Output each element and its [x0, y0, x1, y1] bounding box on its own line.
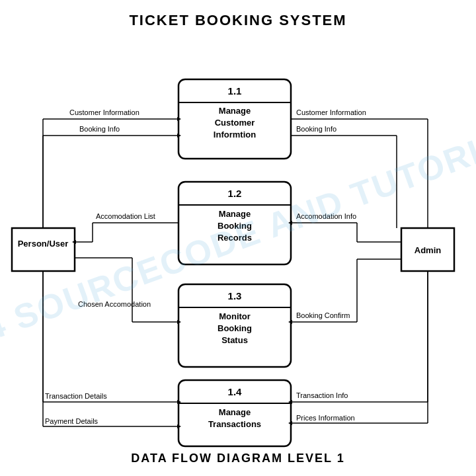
svg-text:Chosen Accomodation: Chosen Accomodation — [78, 300, 151, 308]
svg-text:Booking: Booking — [218, 323, 252, 333]
svg-text:Monitor: Monitor — [219, 311, 251, 321]
page: TICKET BOOKING SYSTEM DATA FLOW DIAGRAM … — [0, 0, 476, 476]
svg-text:Status: Status — [221, 335, 248, 345]
svg-text:Booking: Booking — [218, 221, 252, 231]
svg-text:Person/User: Person/User — [18, 239, 69, 249]
svg-text:Accomodation List: Accomodation List — [96, 212, 155, 220]
diagram: 1.1 Manage Customer Informtion 1.2 Manag… — [0, 33, 476, 456]
svg-text:Customer: Customer — [215, 118, 255, 128]
svg-text:Manage: Manage — [219, 407, 251, 417]
page-title: TICKET BOOKING SYSTEM — [0, 0, 476, 29]
svg-rect-23 — [12, 228, 75, 271]
svg-text:Manage: Manage — [219, 209, 251, 219]
svg-text:1.3: 1.3 — [228, 290, 242, 301]
svg-text:Manage: Manage — [219, 106, 251, 116]
svg-text:Customer Information: Customer Information — [296, 108, 366, 116]
svg-text:Booking Info: Booking Info — [296, 125, 337, 133]
svg-text:Records: Records — [218, 233, 252, 243]
svg-text:1.2: 1.2 — [228, 188, 242, 199]
svg-text:Transactions: Transactions — [208, 419, 261, 429]
svg-text:Payment Details: Payment Details — [45, 417, 99, 425]
svg-text:Informtion: Informtion — [214, 130, 256, 139]
svg-text:Transaction Info: Transaction Info — [296, 391, 348, 399]
svg-text:Accomodation Info: Accomodation Info — [296, 212, 356, 220]
svg-text:1.4: 1.4 — [228, 386, 243, 397]
svg-text:1.1: 1.1 — [228, 85, 242, 97]
svg-text:Transaction Details: Transaction Details — [45, 392, 107, 400]
svg-text:Customer Information: Customer Information — [69, 108, 139, 116]
svg-text:Booking Confirm: Booking Confirm — [296, 311, 350, 319]
svg-text:Prices Information: Prices Information — [296, 414, 355, 422]
svg-text:Admin: Admin — [415, 245, 442, 255]
svg-text:Booking Info: Booking Info — [79, 125, 120, 133]
